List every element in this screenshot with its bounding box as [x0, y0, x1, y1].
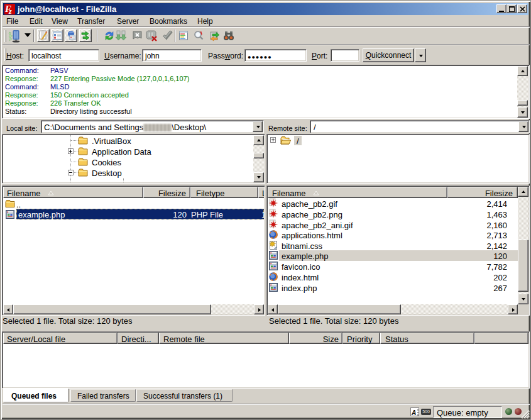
svg-text:z: z [8, 7, 12, 14]
